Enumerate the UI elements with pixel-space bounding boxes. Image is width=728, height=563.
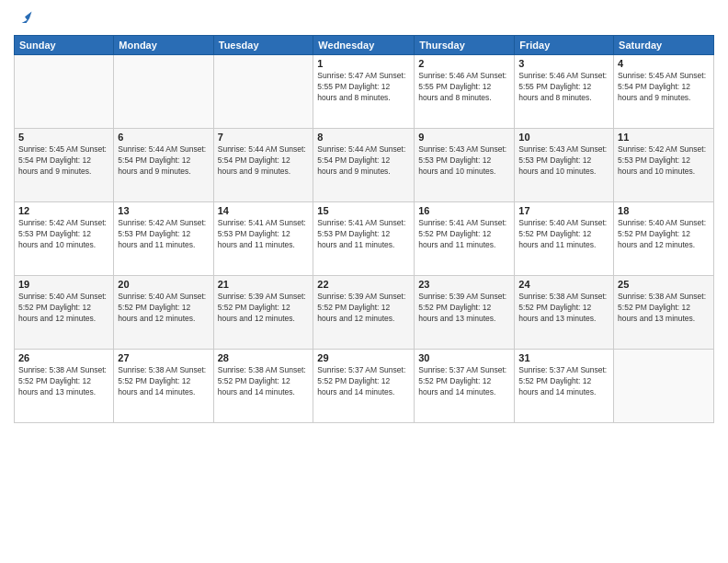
day-info: Sunrise: 5:46 AM Sunset: 5:55 PM Dayligh…: [518, 71, 609, 104]
day-number: 31: [518, 352, 609, 363]
calendar-cell: 13Sunrise: 5:42 AM Sunset: 5:53 PM Dayli…: [114, 202, 213, 276]
day-info: Sunrise: 5:37 AM Sunset: 5:52 PM Dayligh…: [518, 365, 609, 398]
calendar-cell: 24Sunrise: 5:38 AM Sunset: 5:52 PM Dayli…: [515, 276, 614, 350]
day-number: 13: [118, 205, 209, 216]
calendar-cell: 22Sunrise: 5:39 AM Sunset: 5:52 PM Dayli…: [313, 276, 415, 350]
day-info: Sunrise: 5:37 AM Sunset: 5:52 PM Dayligh…: [418, 365, 510, 398]
day-number: 17: [518, 205, 609, 216]
calendar-cell: 7Sunrise: 5:44 AM Sunset: 5:54 PM Daylig…: [213, 129, 313, 202]
calendar-cell: 14Sunrise: 5:41 AM Sunset: 5:53 PM Dayli…: [213, 202, 313, 276]
day-number: 4: [618, 58, 710, 69]
day-info: Sunrise: 5:45 AM Sunset: 5:54 PM Dayligh…: [18, 144, 109, 178]
calendar-cell: [614, 350, 714, 423]
day-number: 26: [18, 352, 109, 363]
calendar-cell: 18Sunrise: 5:40 AM Sunset: 5:52 PM Dayli…: [614, 202, 714, 276]
day-number: 24: [518, 279, 609, 290]
day-number: 16: [418, 205, 510, 216]
day-info: Sunrise: 5:38 AM Sunset: 5:52 PM Dayligh…: [18, 365, 109, 398]
calendar-cell: 29Sunrise: 5:37 AM Sunset: 5:52 PM Dayli…: [313, 350, 415, 423]
calendar-cell: [213, 55, 313, 129]
calendar-cell: 4Sunrise: 5:45 AM Sunset: 5:54 PM Daylig…: [614, 55, 714, 129]
day-info: Sunrise: 5:38 AM Sunset: 5:52 PM Dayligh…: [118, 365, 209, 398]
calendar-cell: 11Sunrise: 5:42 AM Sunset: 5:53 PM Dayli…: [614, 129, 714, 202]
col-header-tuesday: Tuesday: [213, 36, 313, 55]
day-number: 22: [317, 279, 410, 290]
day-number: 1: [317, 58, 410, 69]
calendar-cell: 20Sunrise: 5:40 AM Sunset: 5:52 PM Dayli…: [114, 276, 213, 350]
calendar-cell: 25Sunrise: 5:38 AM Sunset: 5:52 PM Dayli…: [614, 276, 714, 350]
calendar-cell: 21Sunrise: 5:39 AM Sunset: 5:52 PM Dayli…: [213, 276, 313, 350]
day-info: Sunrise: 5:41 AM Sunset: 5:53 PM Dayligh…: [218, 218, 310, 251]
week-row-3: 12Sunrise: 5:42 AM Sunset: 5:53 PM Dayli…: [15, 202, 714, 276]
calendar-cell: [15, 55, 114, 129]
calendar-header-row: SundayMondayTuesdayWednesdayThursdayFrid…: [15, 36, 714, 55]
calendar-cell: 2Sunrise: 5:46 AM Sunset: 5:55 PM Daylig…: [415, 55, 515, 129]
col-header-thursday: Thursday: [415, 36, 515, 55]
day-info: Sunrise: 5:44 AM Sunset: 5:54 PM Dayligh…: [118, 144, 209, 178]
calendar-cell: 6Sunrise: 5:44 AM Sunset: 5:54 PM Daylig…: [114, 129, 213, 202]
week-row-5: 26Sunrise: 5:38 AM Sunset: 5:52 PM Dayli…: [15, 350, 714, 423]
day-info: Sunrise: 5:38 AM Sunset: 5:52 PM Dayligh…: [618, 292, 710, 325]
calendar-cell: 17Sunrise: 5:40 AM Sunset: 5:52 PM Dayli…: [515, 202, 614, 276]
calendar-cell: 31Sunrise: 5:37 AM Sunset: 5:52 PM Dayli…: [515, 350, 614, 423]
day-info: Sunrise: 5:39 AM Sunset: 5:52 PM Dayligh…: [418, 292, 510, 325]
day-number: 7: [218, 132, 310, 143]
calendar-cell: 16Sunrise: 5:41 AM Sunset: 5:52 PM Dayli…: [415, 202, 515, 276]
week-row-2: 5Sunrise: 5:45 AM Sunset: 5:54 PM Daylig…: [15, 129, 714, 202]
calendar-cell: 23Sunrise: 5:39 AM Sunset: 5:52 PM Dayli…: [415, 276, 515, 350]
week-row-1: 1Sunrise: 5:47 AM Sunset: 5:55 PM Daylig…: [15, 55, 714, 129]
day-info: Sunrise: 5:40 AM Sunset: 5:52 PM Dayligh…: [118, 292, 209, 325]
day-number: 27: [118, 352, 209, 363]
logo-bird-icon: [16, 9, 34, 28]
day-number: 30: [418, 352, 510, 363]
calendar-cell: 12Sunrise: 5:42 AM Sunset: 5:53 PM Dayli…: [15, 202, 114, 276]
day-number: 25: [618, 279, 710, 290]
day-info: Sunrise: 5:39 AM Sunset: 5:52 PM Dayligh…: [317, 292, 410, 325]
day-info: Sunrise: 5:42 AM Sunset: 5:53 PM Dayligh…: [18, 218, 109, 251]
week-row-4: 19Sunrise: 5:40 AM Sunset: 5:52 PM Dayli…: [15, 276, 714, 350]
day-info: Sunrise: 5:38 AM Sunset: 5:52 PM Dayligh…: [218, 365, 310, 398]
calendar-cell: 8Sunrise: 5:44 AM Sunset: 5:54 PM Daylig…: [313, 129, 415, 202]
day-info: Sunrise: 5:41 AM Sunset: 5:53 PM Dayligh…: [317, 218, 410, 251]
day-info: Sunrise: 5:40 AM Sunset: 5:52 PM Dayligh…: [518, 218, 609, 251]
day-number: 11: [618, 132, 710, 143]
calendar-cell: 5Sunrise: 5:45 AM Sunset: 5:54 PM Daylig…: [15, 129, 114, 202]
day-info: Sunrise: 5:38 AM Sunset: 5:52 PM Dayligh…: [518, 292, 609, 325]
day-info: Sunrise: 5:46 AM Sunset: 5:55 PM Dayligh…: [418, 71, 510, 104]
day-info: Sunrise: 5:44 AM Sunset: 5:54 PM Dayligh…: [317, 144, 410, 178]
calendar-cell: 15Sunrise: 5:41 AM Sunset: 5:53 PM Dayli…: [313, 202, 415, 276]
day-info: Sunrise: 5:42 AM Sunset: 5:53 PM Dayligh…: [618, 144, 710, 178]
header: [14, 9, 714, 28]
day-info: Sunrise: 5:40 AM Sunset: 5:52 PM Dayligh…: [618, 218, 710, 251]
calendar-cell: 30Sunrise: 5:37 AM Sunset: 5:52 PM Dayli…: [415, 350, 515, 423]
day-number: 18: [618, 205, 710, 216]
day-number: 2: [418, 58, 510, 69]
col-header-saturday: Saturday: [614, 36, 714, 55]
day-number: 23: [418, 279, 510, 290]
col-header-sunday: Sunday: [15, 36, 114, 55]
col-header-friday: Friday: [515, 36, 614, 55]
day-number: 8: [317, 132, 410, 143]
day-number: 19: [18, 279, 109, 290]
day-info: Sunrise: 5:45 AM Sunset: 5:54 PM Dayligh…: [618, 71, 710, 104]
calendar-cell: [114, 55, 213, 129]
day-number: 10: [518, 132, 609, 143]
calendar-cell: 10Sunrise: 5:43 AM Sunset: 5:53 PM Dayli…: [515, 129, 614, 202]
day-number: 3: [518, 58, 609, 69]
day-number: 15: [317, 205, 410, 216]
calendar-cell: 28Sunrise: 5:38 AM Sunset: 5:52 PM Dayli…: [213, 350, 313, 423]
calendar-cell: 19Sunrise: 5:40 AM Sunset: 5:52 PM Dayli…: [15, 276, 114, 350]
day-info: Sunrise: 5:40 AM Sunset: 5:52 PM Dayligh…: [18, 292, 109, 325]
col-header-monday: Monday: [114, 36, 213, 55]
day-info: Sunrise: 5:43 AM Sunset: 5:53 PM Dayligh…: [418, 144, 510, 178]
day-number: 9: [418, 132, 510, 143]
day-info: Sunrise: 5:37 AM Sunset: 5:52 PM Dayligh…: [317, 365, 410, 398]
day-number: 21: [218, 279, 310, 290]
day-info: Sunrise: 5:43 AM Sunset: 5:53 PM Dayligh…: [518, 144, 609, 178]
calendar-cell: 27Sunrise: 5:38 AM Sunset: 5:52 PM Dayli…: [114, 350, 213, 423]
day-number: 28: [218, 352, 310, 363]
calendar-cell: 26Sunrise: 5:38 AM Sunset: 5:52 PM Dayli…: [15, 350, 114, 423]
day-number: 6: [118, 132, 209, 143]
day-info: Sunrise: 5:42 AM Sunset: 5:53 PM Dayligh…: [118, 218, 209, 251]
day-info: Sunrise: 5:47 AM Sunset: 5:55 PM Dayligh…: [317, 71, 410, 104]
